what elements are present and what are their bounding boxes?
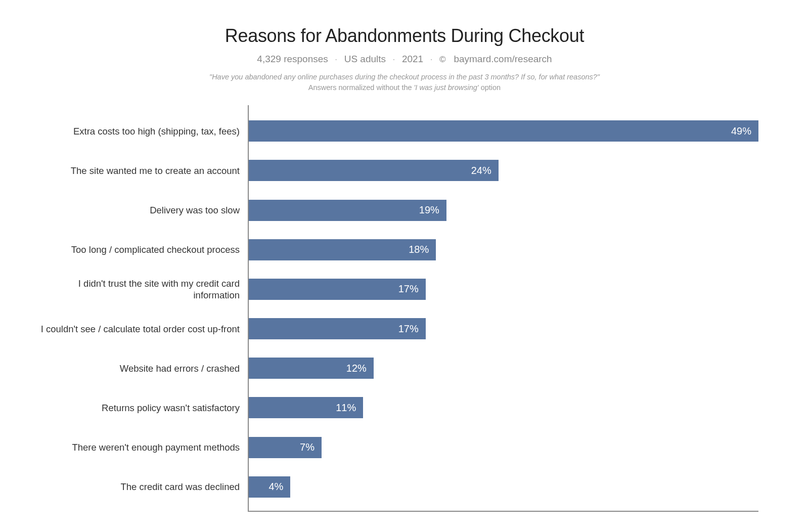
bar-row: I couldn't see / calculate total order c…	[249, 315, 758, 343]
note-question: "Have you abandoned any online purchases…	[209, 73, 600, 81]
bar: 17%	[249, 279, 426, 300]
bar-category-label: Extra costs too high (shipping, tax, fee…	[31, 125, 249, 137]
copyright-icon: ©	[439, 55, 446, 64]
subtitle-source: baymard.com/research	[454, 54, 552, 64]
bar-row: There weren't enough payment methods7%	[249, 433, 758, 462]
bar-value-label: 49%	[731, 125, 751, 137]
bar-row: Delivery was too slow19%	[249, 196, 758, 225]
bar-category-label: Delivery was too slow	[31, 204, 249, 216]
bar-category-label: The credit card was declined	[31, 481, 249, 493]
bar-row: Returns policy wasn't satisfactory11%	[249, 393, 758, 422]
bar-value-label: 24%	[471, 165, 491, 176]
bar: 49%	[249, 120, 758, 142]
bar-category-label: There weren't enough payment methods	[31, 441, 249, 453]
bar-value-label: 19%	[419, 204, 439, 216]
bar: 19%	[249, 200, 446, 221]
bar-value-label: 17%	[398, 283, 419, 295]
bar-value-label: 11%	[336, 402, 356, 414]
bar: 11%	[249, 397, 363, 418]
subtitle-audience: US adults	[344, 54, 386, 64]
bar: 17%	[249, 318, 426, 339]
bar: 18%	[249, 239, 436, 260]
bar-row: The site wanted me to create an account2…	[249, 156, 758, 185]
bar-category-label: I couldn't see / calculate total order c…	[31, 323, 249, 335]
note-normalized-italic: 'I was just browsing'	[414, 83, 479, 92]
bar-value-label: 4%	[268, 481, 283, 493]
subtitle-year: 2021	[402, 54, 423, 64]
bar-value-label: 7%	[300, 441, 314, 453]
separator-dot: ·	[392, 54, 395, 64]
bar: 12%	[249, 358, 374, 379]
bar: 24%	[249, 160, 499, 181]
bar-category-label: Returns policy wasn't satisfactory	[31, 402, 249, 414]
bar-value-label: 12%	[346, 363, 367, 374]
separator-dot: ·	[430, 54, 432, 64]
bar-value-label: 17%	[398, 323, 419, 335]
chart-title: Reasons for Abandonments During Checkout	[30, 25, 779, 47]
bar-row: Too long / complicated checkout process1…	[249, 236, 758, 264]
bar-category-label: Website had errors / crashed	[31, 363, 249, 374]
bar-value-label: 18%	[409, 244, 429, 255]
bar-category-label: I didn't trust the site with my credit c…	[31, 278, 249, 301]
note-normalized-prefix: Answers normalized without the	[308, 83, 414, 92]
bar-row: I didn't trust the site with my credit c…	[249, 275, 758, 303]
bar-row: The credit card was declined4%	[249, 473, 758, 501]
bar-row: Extra costs too high (shipping, tax, fee…	[249, 117, 758, 145]
subtitle-responses: 4,329 responses	[257, 54, 328, 64]
chart-subtitle: 4,329 responses · US adults · 2021 · © b…	[30, 54, 779, 65]
bar-category-label: The site wanted me to create an account	[31, 165, 249, 176]
chart-note: "Have you abandoned any online purchases…	[30, 72, 779, 93]
bar-row: Website had errors / crashed12%	[249, 354, 758, 382]
separator-dot: ·	[335, 54, 337, 64]
chart-plot-area: Extra costs too high (shipping, tax, fee…	[248, 105, 758, 512]
chart-container: Reasons for Abandonments During Checkout…	[30, 25, 779, 512]
bar: 4%	[249, 476, 290, 498]
note-normalized-suffix: option	[479, 83, 501, 92]
bar: 7%	[249, 437, 322, 458]
bar-category-label: Too long / complicated checkout process	[31, 244, 249, 255]
